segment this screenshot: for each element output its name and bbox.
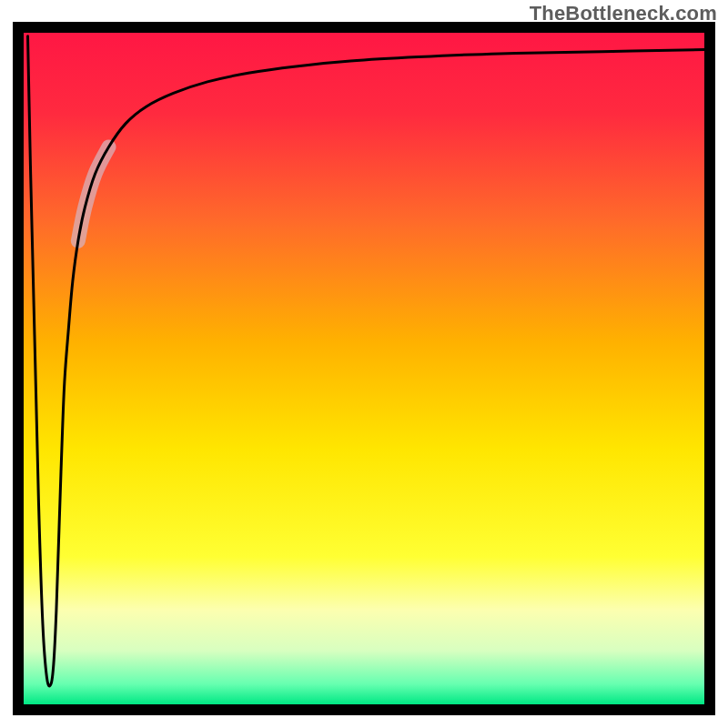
chart-svg — [24, 33, 704, 704]
chart-background — [24, 33, 704, 704]
chart-plot-area — [24, 33, 704, 704]
chart-frame — [13, 22, 715, 715]
watermark-text: TheBottleneck.com — [530, 2, 717, 25]
